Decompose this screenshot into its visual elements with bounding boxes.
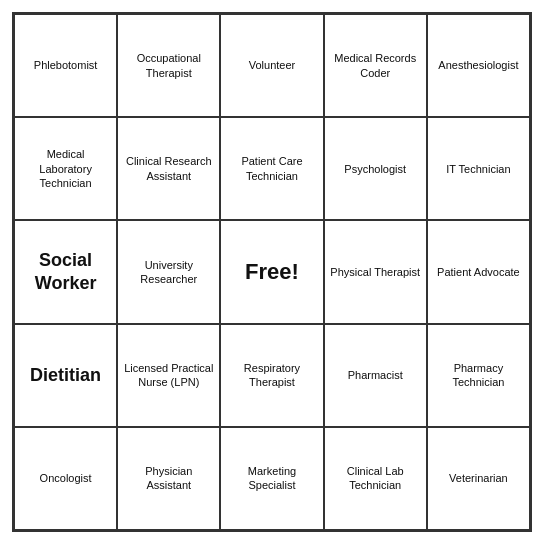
cell-21: Physician Assistant — [117, 427, 220, 530]
cell-2: Volunteer — [220, 14, 323, 117]
cell-8: Psychologist — [324, 117, 427, 220]
bingo-card: PhlebotomistOccupational TherapistVolunt… — [12, 12, 532, 532]
cell-14: Patient Advocate — [427, 220, 530, 323]
cell-6: Clinical Research Assistant — [117, 117, 220, 220]
cell-7: Patient Care Technician — [220, 117, 323, 220]
cell-19: Pharmacy Technician — [427, 324, 530, 427]
cell-13: Physical Therapist — [324, 220, 427, 323]
cell-20: Oncologist — [14, 427, 117, 530]
cell-4: Anesthesiologist — [427, 14, 530, 117]
cell-1: Occupational Therapist — [117, 14, 220, 117]
cell-9: IT Technician — [427, 117, 530, 220]
cell-16: Licensed Practical Nurse (LPN) — [117, 324, 220, 427]
cell-24: Veterinarian — [427, 427, 530, 530]
cell-3: Medical Records Coder — [324, 14, 427, 117]
cell-18: Pharmacist — [324, 324, 427, 427]
cell-11: University Researcher — [117, 220, 220, 323]
cell-0: Phlebotomist — [14, 14, 117, 117]
cell-23: Clinical Lab Technician — [324, 427, 427, 530]
cell-10: Social Worker — [14, 220, 117, 323]
cell-12: Free! — [220, 220, 323, 323]
cell-17: Respiratory Therapist — [220, 324, 323, 427]
cell-15: Dietitian — [14, 324, 117, 427]
cell-5: Medical Laboratory Technician — [14, 117, 117, 220]
cell-22: Marketing Specialist — [220, 427, 323, 530]
